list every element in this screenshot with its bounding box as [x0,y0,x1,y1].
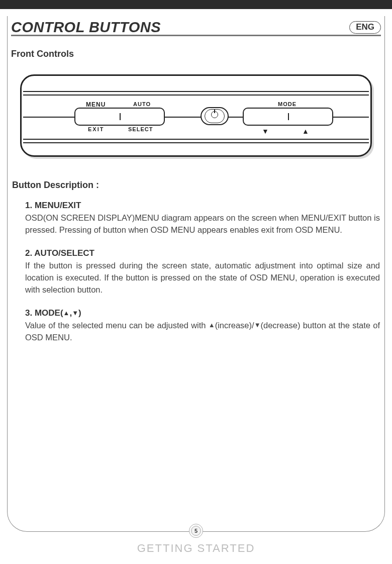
triangle-up-icon: ▲ [302,127,309,135]
panel-line [23,95,369,96]
description-item: 3. MODE(▲,▼) Value of the selected menu … [25,308,380,344]
triangle-down-icon: ▼ [72,309,78,317]
label-menu: MENU [86,101,106,108]
title-underline [11,35,381,36]
label-mode: MODE [278,101,297,107]
page-content: CONTROL BUTTONS ENG Front Controls MENU … [11,18,381,528]
item-title-post: ) [78,308,81,318]
description-item: 1. MENU/EXIT OSD(ON SCREEN DISPLAY)MENU … [25,201,380,236]
item-body: If the button is pressed during the scre… [25,260,380,296]
triangle-up-icon: ▲ [209,321,215,330]
control-panel-diagram: MENU AUTO EXIT SELECT MODE ▼ ▲ [20,74,372,157]
body-pre: Value of the selected menu can be adjust… [25,321,209,330]
description-item: 2. AUTO/SELECT If the button is pressed … [25,248,380,296]
panel-line [23,139,369,140]
item-title: 3. MODE(▲,▼) [25,308,380,318]
button-description-heading: Button Description : [12,180,380,191]
page-number-badge: 5 [189,524,203,538]
front-controls-heading: Front Controls [11,49,381,59]
panel-line [23,91,369,92]
label-auto: AUTO [133,101,151,107]
triangle-down-icon: ▼ [262,127,269,135]
label-select: SELECT [128,126,153,132]
footer-section-title: GETTING STARTED [0,542,392,555]
power-icon-stem [214,109,215,113]
body-mid1: (increase)/ [215,321,254,330]
item-body: OSD(ON SCREEN DISPLAY)MENU diagram appea… [25,212,380,236]
divider-tick [288,113,289,120]
divider-tick [120,113,121,120]
item-title-pre: 3. MODE( [25,308,63,318]
page-title: CONTROL BUTTONS [11,19,161,36]
triangle-down-icon: ▼ [254,321,261,330]
page-number-outer-ring: 5 [189,524,203,538]
item-title: 1. MENU/EXIT [25,201,380,211]
language-badge: ENG [349,21,381,34]
item-body: Value of the selected menu can be adjust… [25,320,380,344]
triangle-up-icon: ▲ [63,309,70,317]
top-bar [0,0,392,9]
label-exit: EXIT [88,126,104,132]
page-number: 5 [191,526,201,536]
item-title: 2. AUTO/SELECT [25,248,380,258]
button-description-section: Button Description : 1. MENU/EXIT OSD(ON… [11,180,381,343]
panel-line [23,142,369,143]
header-row: CONTROL BUTTONS ENG [11,18,381,36]
